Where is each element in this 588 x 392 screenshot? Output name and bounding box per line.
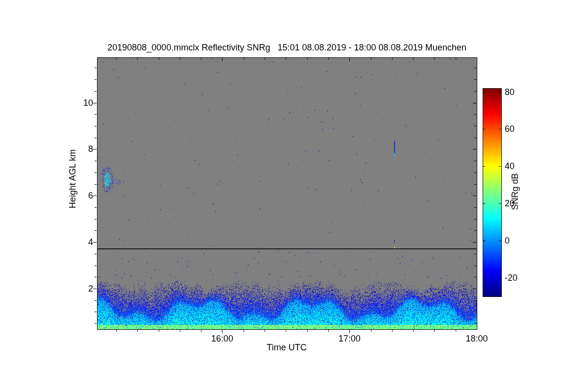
x-axis-label: Time UTC — [267, 343, 306, 352]
radar-time-height-figure: 20190808_0000.mmclx Reflectivity SNRg 15… — [0, 0, 588, 392]
colorbar-tick-label-20: 20 — [505, 198, 529, 208]
y-tick-label-2: 2 — [74, 284, 93, 294]
y-tick-label-4: 4 — [74, 237, 93, 247]
colorbar-tick-label-40: 40 — [505, 161, 529, 171]
x-tick-label-18-00: 18:00 — [457, 334, 496, 343]
y-tick-label-10: 10 — [74, 98, 93, 108]
colorbar-tick-label-0: 0 — [505, 236, 529, 245]
colorbar-tick-label--20: -20 — [505, 273, 529, 283]
x-tick-label-16-00: 16:00 — [202, 334, 242, 343]
colorbar-tick-label-80: 80 — [505, 87, 529, 97]
x-tick-label-17-00: 17:00 — [330, 334, 369, 343]
y-tick-label-6: 6 — [74, 191, 93, 200]
plot-title: 20190808_0000.mmclx Reflectivity SNRg 15… — [97, 43, 477, 52]
y-tick-label-8: 8 — [74, 144, 93, 154]
colorbar-tick-label-60: 60 — [505, 124, 529, 134]
